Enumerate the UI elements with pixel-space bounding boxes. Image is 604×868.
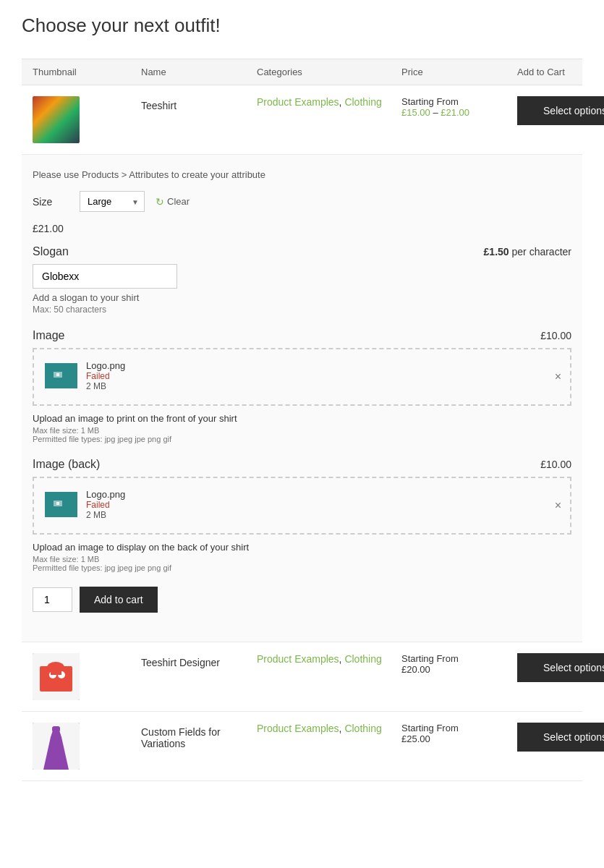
product-categories-col: Product Examples, Clothing xyxy=(257,653,401,665)
price-label: Starting From xyxy=(401,96,517,107)
product-price-col: Starting From £25.00 xyxy=(401,723,517,744)
file-item: Logo.png Failed 2 MB xyxy=(45,360,559,391)
addon-description: Add a slogan to your shirt xyxy=(33,292,571,303)
product-thumbnail-col xyxy=(33,653,141,700)
file-info: Logo.png Failed 2 MB xyxy=(86,489,125,520)
file-remove-button-back[interactable]: × xyxy=(555,499,561,512)
price-label: Starting From xyxy=(401,723,517,733)
table-row: Custom Fields for Variations Product Exa… xyxy=(22,712,582,781)
file-icon xyxy=(45,363,77,388)
product-price-col: Starting From £15.00 – £21.00 xyxy=(401,96,517,118)
category-link[interactable]: Clothing xyxy=(344,653,381,665)
size-label: Size xyxy=(33,196,69,208)
product-action-col: Select options xyxy=(517,723,604,752)
price-value: £20.00 xyxy=(401,664,517,675)
size-row: Size Small Medium Large X-Large ▼ ↻ Clea… xyxy=(33,191,571,212)
product-categories: Product Examples, Clothing xyxy=(257,653,401,665)
product-price-col: Starting From £20.00 xyxy=(401,653,517,675)
addon-price: £1.50 per character xyxy=(484,246,571,258)
col-price: Price xyxy=(401,67,517,77)
file-name: Logo.png xyxy=(86,489,125,500)
category-link[interactable]: Product Examples xyxy=(257,96,339,108)
product-name: Custom Fields for Variations xyxy=(141,723,257,749)
add-to-cart-row: Add to cart xyxy=(33,587,571,613)
product-name-col: Teeshirt xyxy=(141,96,257,111)
image-upload-area-back[interactable]: Logo.png Failed 2 MB × xyxy=(33,477,571,535)
upload-permitted: Permitted file types: jpg jpeg jpe png g… xyxy=(33,435,571,443)
image-file-icon xyxy=(51,369,72,383)
table-row: Teeshirt Designer Product Examples, Clot… xyxy=(22,642,582,712)
addon-image-back: Image (back) £10.00 Logo.png Failed xyxy=(33,458,571,572)
table-header: Thumbnail Name Categories Price Add to C… xyxy=(22,59,582,85)
svg-rect-14 xyxy=(52,726,60,732)
clear-label: Clear xyxy=(167,196,190,207)
addon-label: Slogan xyxy=(33,245,69,258)
price-range: £15.00 – £21.00 xyxy=(401,107,517,118)
select-options-button[interactable]: Select options xyxy=(517,723,604,752)
addon-label: Image (back) xyxy=(33,458,100,471)
file-status: Failed xyxy=(86,371,125,381)
current-price: £21.00 xyxy=(33,223,571,234)
file-name: Logo.png xyxy=(86,360,125,371)
price-high: £21.00 xyxy=(441,107,469,118)
product-thumbnail xyxy=(33,96,80,143)
size-select-wrapper: Small Medium Large X-Large ▼ xyxy=(80,191,145,212)
select-options-button[interactable]: Select options xyxy=(517,653,604,682)
product-thumbnail xyxy=(33,723,80,770)
product-categories-col: Product Examples, Clothing xyxy=(257,96,401,108)
svg-rect-11 xyxy=(51,668,61,675)
product-expanded-section: Please use Products > Attributes to crea… xyxy=(22,155,582,642)
file-size: 2 MB xyxy=(86,510,125,520)
thumbnail-image xyxy=(33,653,80,700)
svg-rect-5 xyxy=(56,502,59,505)
col-name: Name xyxy=(141,67,257,77)
select-options-button[interactable]: Select options xyxy=(517,96,604,125)
price-label: Starting From xyxy=(401,653,517,664)
file-size: 2 MB xyxy=(86,381,125,391)
upload-max-size: Max file size: 1 MB xyxy=(33,555,571,563)
file-remove-button[interactable]: × xyxy=(555,370,561,383)
category-link[interactable]: Clothing xyxy=(344,723,381,734)
category-link[interactable]: Product Examples xyxy=(257,723,339,734)
products-table: Thumbnail Name Categories Price Add to C… xyxy=(22,59,582,781)
addon-slogan: Slogan £1.50 per character Add a slogan … xyxy=(33,245,571,315)
add-to-cart-button[interactable]: Add to cart xyxy=(80,587,158,613)
addon-price: £10.00 xyxy=(540,459,571,470)
col-add-to-cart: Add to Cart xyxy=(517,67,571,77)
dress-icon xyxy=(33,723,80,770)
upload-permitted: Permitted file types: jpg jpeg jpe png g… xyxy=(33,563,571,572)
file-icon xyxy=(45,492,77,517)
upload-max-size: Max file size: 1 MB xyxy=(33,426,571,435)
addon-price-unit: per character xyxy=(512,246,571,258)
file-status: Failed xyxy=(86,500,125,510)
category-link[interactable]: Product Examples xyxy=(257,653,339,665)
category-link[interactable]: Clothing xyxy=(344,96,381,108)
thumbnail-image xyxy=(33,96,80,143)
thumbnail-image xyxy=(33,723,80,770)
quantity-input[interactable] xyxy=(33,587,72,612)
addon-price: £10.00 xyxy=(540,330,571,341)
col-categories: Categories xyxy=(257,67,401,77)
refresh-icon: ↻ xyxy=(156,196,164,208)
image-upload-area[interactable]: Logo.png Failed 2 MB × xyxy=(33,348,571,406)
file-info: Logo.png Failed 2 MB xyxy=(86,360,125,391)
upload-note: Upload an image to print on the front of… xyxy=(33,413,571,424)
product-thumbnail xyxy=(33,653,80,700)
upload-note: Upload an image to display on the back o… xyxy=(33,542,571,553)
product-price: Starting From £25.00 xyxy=(401,723,517,744)
addon-image-front: Image £10.00 Logo.png Failed xyxy=(33,329,571,443)
product-categories-col: Product Examples, Clothing xyxy=(257,723,401,734)
size-select[interactable]: Small Medium Large X-Large xyxy=(80,191,145,212)
price-value: £25.00 xyxy=(401,733,517,744)
product-action-col: Select options xyxy=(517,653,604,682)
table-row: Teeshirt Product Examples, Clothing Star… xyxy=(22,85,582,155)
product-categories: Product Examples, Clothing xyxy=(257,723,401,734)
clear-button[interactable]: ↻ Clear xyxy=(156,196,190,208)
col-thumbnail: Thumbnail xyxy=(33,67,141,77)
product-name: Teeshirt xyxy=(141,96,257,111)
addon-max: Max: 50 characters xyxy=(33,305,571,315)
slogan-input[interactable] xyxy=(33,264,177,289)
page-title: Choose your next outfit! xyxy=(22,14,582,37)
addon-header: Image (back) £10.00 xyxy=(33,458,571,471)
product-thumbnail-col xyxy=(33,96,141,143)
